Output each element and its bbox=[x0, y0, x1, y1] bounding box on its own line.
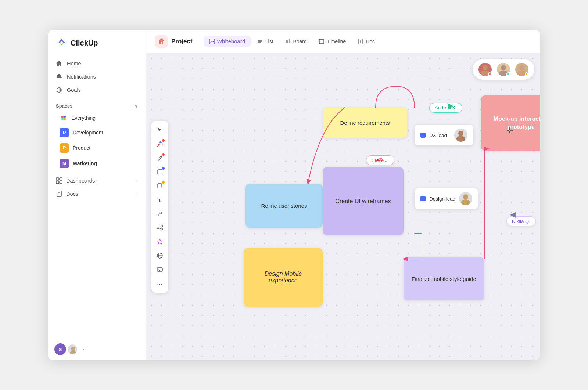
product-label: Product bbox=[73, 145, 90, 151]
tag-nikita[interactable]: Nikita Q. bbox=[506, 216, 536, 226]
card-finalize-style-text: Finalize mobile style guide bbox=[412, 276, 476, 282]
home-label: Home bbox=[67, 61, 81, 66]
sidebar-item-dashboards[interactable]: Dashboards › bbox=[51, 174, 142, 187]
development-label: Development bbox=[73, 130, 103, 136]
card-design-mobile[interactable]: Design Mobile experience bbox=[244, 248, 323, 307]
sidebar-item-everything[interactable]: Everything bbox=[51, 111, 142, 125]
logo[interactable]: ClickUp bbox=[48, 30, 146, 55]
card-mockup-text: Mock-up interactive prototype bbox=[487, 115, 540, 131]
sticky-tool[interactable] bbox=[154, 180, 166, 192]
connect-tool[interactable] bbox=[154, 221, 166, 234]
card-create-ui[interactable]: Create UI wireframes bbox=[323, 167, 404, 235]
project-icon bbox=[155, 35, 168, 48]
sidebar-item-home[interactable]: Home bbox=[51, 57, 142, 70]
tab-list[interactable]: List bbox=[252, 36, 279, 47]
svg-rect-10 bbox=[60, 178, 62, 180]
role-avatar-design bbox=[459, 192, 472, 205]
sidebar-nav: Home Notifications Goals bbox=[48, 55, 146, 98]
project-title: Project bbox=[171, 38, 193, 45]
select-tool[interactable] bbox=[154, 124, 166, 136]
svg-point-6 bbox=[64, 116, 66, 118]
globe-tool[interactable] bbox=[154, 249, 166, 262]
logo-text: ClickUp bbox=[71, 39, 98, 47]
tag-andrew[interactable]: Andrew K. bbox=[429, 103, 462, 113]
role-avatar-ux bbox=[454, 129, 467, 142]
list-tab-icon bbox=[257, 39, 263, 44]
svg-point-5 bbox=[61, 116, 64, 118]
whiteboard-tab-label: Whiteboard bbox=[217, 39, 245, 44]
whiteboard-canvas[interactable]: T bbox=[146, 53, 540, 360]
image-tool[interactable] bbox=[154, 263, 166, 276]
role-text-design: Design lead bbox=[429, 196, 455, 202]
role-card-design-lead[interactable]: Design lead bbox=[415, 188, 478, 209]
app-container: ClickUp Home Notifications Goals Spaces … bbox=[48, 30, 540, 360]
collab-dot-3 bbox=[525, 72, 528, 76]
topbar: Project Whiteboard List bbox=[146, 30, 540, 53]
collab-2-wrap bbox=[496, 62, 511, 77]
dashboards-icon bbox=[56, 177, 62, 184]
move-cursor: ✛ bbox=[506, 126, 513, 136]
sidebar-item-development[interactable]: D Development bbox=[51, 125, 142, 140]
svg-rect-12 bbox=[60, 181, 62, 184]
sidebar-item-docs[interactable]: Docs › bbox=[51, 187, 142, 201]
sidebar-sections: Dashboards › Docs › bbox=[48, 173, 146, 202]
collaborators-panel bbox=[473, 59, 534, 80]
whiteboard-tab-icon bbox=[209, 39, 215, 44]
tab-doc[interactable]: Doc bbox=[352, 36, 380, 47]
svg-point-54 bbox=[483, 65, 488, 70]
notifications-label: Notifications bbox=[67, 74, 96, 80]
svg-rect-25 bbox=[289, 39, 290, 43]
product-dot: P bbox=[60, 143, 69, 153]
marketing-dot: M bbox=[60, 159, 69, 168]
tab-timeline[interactable]: Timeline bbox=[313, 36, 351, 47]
card-mockup[interactable]: Mock-up interactive prototype bbox=[481, 95, 540, 151]
collab-dot-2 bbox=[506, 72, 510, 76]
user-avatar-s[interactable]: S bbox=[54, 343, 66, 355]
svg-point-58 bbox=[519, 65, 524, 70]
sidebar-item-goals[interactable]: Goals bbox=[51, 83, 142, 97]
goals-label: Goals bbox=[67, 87, 81, 93]
svg-rect-9 bbox=[56, 178, 59, 180]
tag-steve[interactable]: Steve J. bbox=[366, 155, 394, 165]
svg-point-39 bbox=[157, 227, 159, 229]
card-finalize-style[interactable]: Finalize mobile style guide bbox=[404, 257, 484, 300]
svg-line-42 bbox=[159, 227, 161, 227]
tab-whiteboard[interactable]: Whiteboard bbox=[204, 36, 251, 47]
svg-point-56 bbox=[501, 65, 506, 70]
card-define-req[interactable]: Define requirements bbox=[323, 108, 407, 138]
pen-tool[interactable] bbox=[154, 152, 166, 164]
arrow-tool[interactable] bbox=[154, 207, 166, 220]
svg-point-4 bbox=[59, 90, 60, 91]
card-define-req-text: Define requirements bbox=[340, 120, 390, 126]
role-text-ux: UX lead bbox=[429, 133, 451, 138]
user-chevron[interactable]: ▾ bbox=[82, 347, 85, 352]
spaces-chevron[interactable]: ∨ bbox=[135, 104, 138, 109]
collab-3-wrap bbox=[514, 62, 529, 77]
shape-tool[interactable] bbox=[154, 166, 166, 178]
svg-line-38 bbox=[158, 212, 162, 216]
tab-board[interactable]: Board bbox=[280, 36, 312, 47]
magic-tool[interactable] bbox=[154, 138, 166, 150]
spaces-header: Spaces ∨ bbox=[48, 98, 146, 111]
ai-tool[interactable] bbox=[154, 235, 166, 248]
tag-nikita-text: Nikita Q. bbox=[512, 219, 530, 224]
list-tab-label: List bbox=[265, 39, 273, 44]
topbar-tabs: Whiteboard List Board bbox=[204, 36, 380, 47]
sidebar-item-product[interactable]: P Product bbox=[51, 140, 142, 156]
everything-label: Everything bbox=[71, 115, 96, 121]
svg-point-51 bbox=[456, 136, 465, 142]
sidebar-item-marketing[interactable]: M Marketing bbox=[51, 156, 142, 171]
more-tools[interactable]: ··· bbox=[154, 277, 166, 290]
svg-rect-11 bbox=[56, 181, 59, 184]
timeline-tab-icon bbox=[319, 39, 325, 44]
role-card-ux-lead[interactable]: UX lead bbox=[415, 125, 473, 145]
board-tab-icon bbox=[285, 39, 291, 44]
user-avatar-photo bbox=[67, 344, 78, 355]
text-tool[interactable]: T bbox=[154, 194, 166, 206]
card-refine-user[interactable]: Refine user stories bbox=[245, 184, 323, 228]
clickup-logo-icon bbox=[56, 37, 68, 49]
svg-point-7 bbox=[61, 118, 64, 120]
design-avatar-svg bbox=[459, 192, 472, 205]
sidebar-item-notifications[interactable]: Notifications bbox=[51, 70, 142, 83]
tag-andrew-text: Andrew K. bbox=[435, 105, 457, 111]
